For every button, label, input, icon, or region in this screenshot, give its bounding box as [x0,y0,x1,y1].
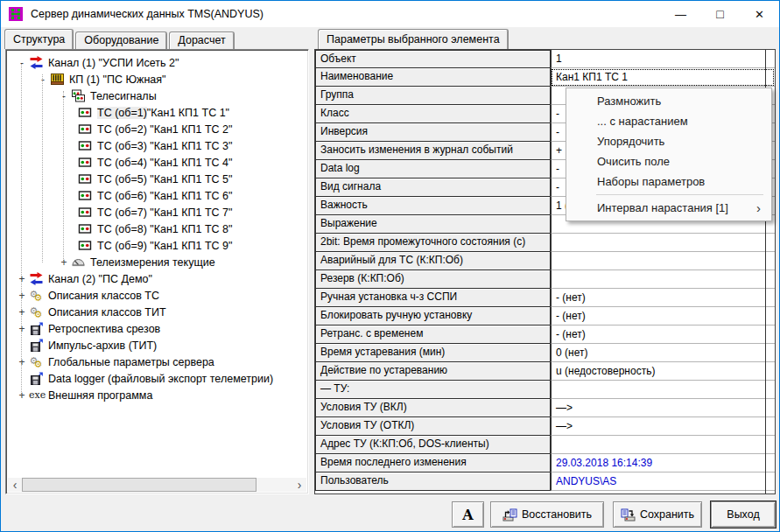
tree-item[interactable]: ТС (об=8) "Кан1 КП1 ТС 8" [8,220,306,237]
tree-item[interactable]: ТС (об=4) "Кан1 КП1 ТС 4" [8,154,306,171]
tree-expander-icon[interactable]: + [15,389,29,402]
property-label: Ретранс. с временем [315,325,551,344]
structure-tree: -Канал (1) "УСПИ Исеть 2"-КП (1) "ПС Южн… [8,52,306,477]
tree-expander-icon[interactable]: - [57,90,71,102]
property-value[interactable]: - (нет) [551,307,775,326]
tree-item[interactable]: ТС (об=2) "Кан1 КП1 ТС 2" [8,121,306,137]
tree-item[interactable]: -Телесигналы [8,88,306,104]
maximize-button[interactable]: □ [700,1,740,27]
tree-item-label: Описания классов ТИТ [48,306,166,318]
property-label: Условия ТУ (ВКЛ) [315,398,551,417]
font-button[interactable]: A [452,501,484,528]
property-value[interactable]: —> [551,399,775,417]
context-menu: Размножить... с нарастаниемУпорядочитьОч… [566,88,772,221]
tree-expander-icon[interactable]: + [57,256,71,269]
tree-expander-icon[interactable]: + [15,306,29,318]
property-label: Блокировать ручную установку [315,306,551,326]
tree-item[interactable]: +Канал (2) "ПС Демо" [8,270,306,287]
tree-item[interactable]: -Канал (1) "УСПИ Исеть 2" [8,54,306,71]
property-value[interactable]: 29.03.2018 16:14:39 [551,454,775,472]
tree-item[interactable]: +⚙⚙Описания классов ТИТ [8,304,306,320]
property-row: Блокировать ручную установку- (нет) [315,307,775,326]
tree-item[interactable]: ТС (об=6) "Кан1 КП1 ТС 6" [8,187,306,204]
tab-structure[interactable]: Структура [4,29,74,49]
menu-item-parameter-sets[interactable]: Наборы параметров [566,172,771,192]
scrollbar-track[interactable] [256,478,292,492]
tree-item[interactable]: +Ретроспектива срезов [8,320,306,337]
property-value[interactable]: ANDYUS\AS [551,472,775,491]
property-value[interactable]: Кан1 КП1 ТС 1 [551,68,775,87]
left-tab-strip: СтруктураОборудованиеДорасчет [4,29,236,49]
property-value[interactable] [551,234,775,252]
save-button[interactable]: Сохранить [613,501,702,528]
property-value[interactable]: - (нет) [551,289,775,307]
menu-item-clear-field[interactable]: Очисить поле [566,151,771,172]
menu-item-label: Интервал нарастания [1] [597,201,728,214]
property-value[interactable] [551,270,775,289]
property-label: Наименование [315,67,551,87]
tree-item[interactable]: Data logger (файловый экспорт телеметрии… [8,370,306,387]
tree-item[interactable]: ТС (об=5) "Кан1 КП1 ТС 5" [8,171,306,187]
property-value[interactable]: 0 (нет) [551,344,775,362]
tree-item[interactable]: ТС (об=3) "Кан1 КП1 ТС 3" [8,137,306,154]
property-value[interactable] [551,381,775,399]
floppy-icon [29,322,44,335]
property-value[interactable]: 1 [551,50,775,68]
tree-item-label: ТС (об=2) "Кан1 КП1 ТС 2" [97,123,233,136]
property-row: Условия ТУ (ВКЛ)—> [315,399,775,417]
ts-icon [78,172,93,186]
property-label: Важность [315,196,551,215]
exit-button[interactable]: Выход [711,501,776,528]
menu-item-order[interactable]: Упорядочить [566,131,771,151]
property-value[interactable] [551,436,775,454]
tree-item-label: ТС (об=5) "Кан1 КП1 ТС 5" [97,173,233,186]
floppy-icon [29,339,44,352]
ts-icon [78,139,93,152]
ts-icon [78,156,93,169]
property-label: Время последнего изменения [315,453,551,472]
property-row: — ТУ: [315,381,775,399]
ts-icon [78,222,93,235]
tab-equipment[interactable]: Оборудование [75,32,167,49]
tree-item[interactable]: -КП (1) "ПС Южная" [8,71,306,88]
property-row: Действие по устареваниюu (недостоверност… [315,362,775,381]
menu-item-multiply[interactable]: Размножить [566,91,771,111]
tree-expander-icon[interactable]: - [15,57,29,69]
tab-parameters[interactable]: Параметры выбранного элемента [318,29,509,49]
tree-item[interactable]: +⚙⚙Описания классов ТС [8,287,306,304]
tree-horizontal-scrollbar[interactable]: ‹ › [8,478,306,492]
property-value[interactable]: - (нет) [551,326,775,344]
tab-recalc[interactable]: Дорасчет [169,32,234,49]
tree-expander-icon[interactable]: + [15,290,29,302]
tree-expander-icon[interactable]: + [15,356,29,368]
restore-button[interactable]: Восстановить [490,501,604,528]
tree-expander-icon[interactable]: + [15,323,29,335]
property-label: Data log [315,159,551,178]
tree-expander-icon[interactable]: + [15,273,29,285]
scroll-right-icon[interactable]: › [292,478,306,492]
tree-item[interactable]: ТС (об=1) "Кан1 КП1 ТС 1" [8,104,306,121]
tree-item-label: Телеизмерения текущие [90,256,215,269]
scrollbar-thumb[interactable] [22,478,256,492]
property-value[interactable]: u (недостоверность) [551,362,775,381]
property-value[interactable] [551,252,775,270]
tree-item-label: "Кан1 КП1 ТС 1" [147,107,229,119]
property-value[interactable]: —> [551,417,775,436]
menu-item-multiply-increment[interactable]: ... с нарастанием [566,111,771,131]
tree-item[interactable]: +⚙⚙Глобальные параметры сервера [8,354,306,370]
tree-item[interactable]: ТС (об=7) "Кан1 КП1 ТС 7" [8,204,306,220]
restore-icon [502,508,517,522]
close-button[interactable]: ✕ [740,1,779,27]
tree-item[interactable]: +exeВнешняя программа [8,387,306,403]
tree-item[interactable]: ТС (об=9) "Кан1 КП1 ТС 9" [8,237,306,254]
tree-item[interactable]: +Телеизмерения текущие [8,254,306,270]
menu-item-increment-interval[interactable]: Интервал нарастания [1]› [566,198,771,218]
tree-item-label-selected: ТС (об=1) [97,107,147,119]
tree-expander-icon[interactable]: - [36,74,50,86]
tree-item-label: Глобальные параметры сервера [48,356,214,368]
scroll-left-icon[interactable]: ‹ [8,478,22,492]
minimize-button[interactable]: — [661,1,700,27]
tree-item[interactable]: Импульс-архив (ТИТ) [8,337,306,354]
tree-item-label: Внешняя программа [48,389,152,402]
property-row: Ручная установка ч-з ССПИ- (нет) [315,289,775,307]
